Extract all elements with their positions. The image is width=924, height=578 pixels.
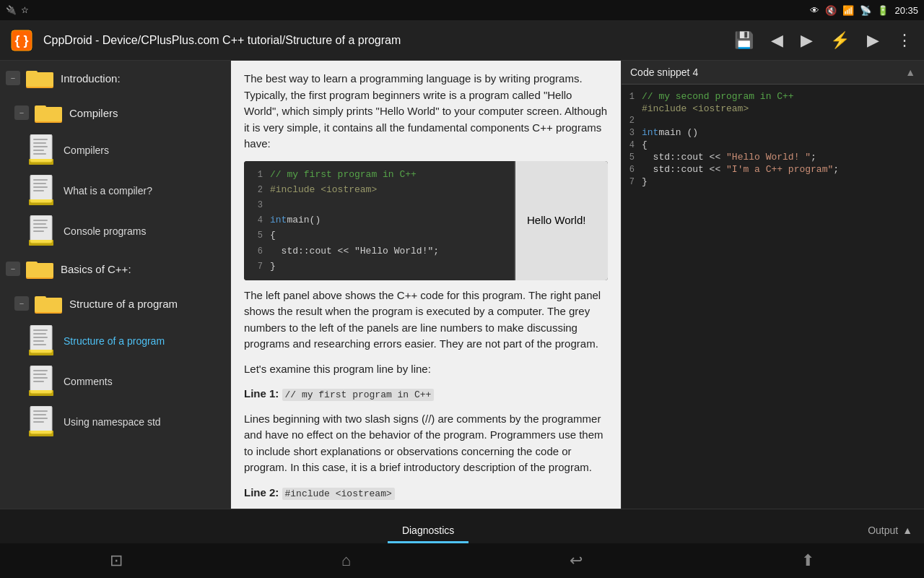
- svg-rect-39: [29, 350, 53, 355]
- back-button[interactable]: ◀: [768, 28, 786, 53]
- notif-icon: ☆: [21, 5, 29, 15]
- svg-rect-43: [33, 377, 48, 379]
- save-button[interactable]: 💾: [731, 28, 757, 53]
- svg-rect-4: [26, 72, 53, 87]
- sidebar-group-label-structure: Structure of a program: [69, 298, 178, 310]
- output-button[interactable]: Output ▲: [856, 517, 924, 543]
- svg-rect-14: [29, 159, 53, 165]
- svg-rect-8: [30, 134, 52, 162]
- svg-rect-7: [35, 107, 62, 121]
- folder-icon-structure: [35, 292, 64, 315]
- line1-label: Line 1:: [244, 387, 279, 400]
- snippet-line-2: 2: [622, 115, 924, 126]
- paper-icon-3: [29, 215, 56, 247]
- content-text: The best way to learn a programming lang…: [244, 71, 608, 509]
- flash-button[interactable]: ⚡: [827, 28, 853, 53]
- svg-rect-12: [33, 150, 44, 151]
- snippet-line-5: 5 std::cout << "Hello World! ";: [622, 151, 924, 163]
- collapse-icon-basics[interactable]: −: [6, 262, 20, 276]
- nav-bar: ⊡ ⌂ ↩ ⬆: [0, 543, 924, 578]
- sidebar-item-using-namespace[interactable]: Using namespace std: [0, 402, 230, 442]
- forward-button[interactable]: ▶: [798, 28, 816, 53]
- scroll-up-icon[interactable]: ▲: [905, 66, 915, 78]
- svg-rect-10: [33, 142, 46, 144]
- mute-icon: 🔇: [825, 5, 837, 16]
- svg-rect-9: [33, 139, 48, 140]
- svg-rect-18: [33, 186, 48, 188]
- right-panel: Code snippet 4 ▲ 1 // my second program …: [621, 61, 924, 509]
- tab-diagnostics-label: Diagnostics: [402, 525, 454, 536]
- sidebar-item-compilers[interactable]: Compilers: [0, 130, 230, 171]
- collapse-icon-compilers[interactable]: −: [14, 105, 29, 120]
- sidebar-item-console-programs[interactable]: Console programs: [0, 211, 230, 251]
- code-line-3: 3: [250, 198, 508, 212]
- svg-rect-25: [33, 230, 44, 232]
- play-button[interactable]: ▶: [864, 28, 882, 53]
- sidebar-group-compilers[interactable]: − Compilers: [0, 95, 230, 130]
- snippet-header: Code snippet 4 ▲: [622, 61, 924, 85]
- paper-icon-comments: [29, 366, 56, 397]
- sidebar-item-what-is-compiler[interactable]: What is a compiler?: [0, 171, 230, 211]
- content-area: The best way to learn a programming lang…: [231, 61, 621, 509]
- sidebar-group-introduction[interactable]: − Introduction:: [0, 61, 230, 95]
- nav-back-button[interactable]: ↩: [570, 551, 583, 570]
- eye-icon: 👁: [810, 5, 819, 16]
- line2-paragraph: Line 2: #include <iostream>: [244, 485, 608, 501]
- nav-up-button[interactable]: ⬆: [801, 551, 814, 570]
- line1-code: // my first program in C++: [282, 389, 435, 401]
- snippet-line-1: 1 // my second program in C++: [622, 90, 924, 103]
- bottom-tabs: Diagnostics Output ▲: [0, 509, 924, 543]
- svg-rect-17: [33, 183, 46, 184]
- content-scroll[interactable]: The best way to learn a programming lang…: [231, 61, 621, 509]
- examine-paragraph: Let's examine this program line by line:: [244, 361, 608, 378]
- snippet-line-1b: #include <iostream>: [622, 103, 924, 115]
- hello-world-output: Hello World!: [527, 212, 585, 229]
- sidebar: − Introduction: −: [0, 61, 231, 509]
- status-left: 🔌 ☆: [6, 5, 29, 15]
- paper-icon-namespace: [29, 406, 56, 438]
- svg-rect-23: [33, 223, 46, 225]
- svg-rect-46: [30, 406, 52, 434]
- collapse-icon-structure[interactable]: −: [14, 296, 29, 311]
- svg-rect-42: [33, 374, 46, 375]
- sidebar-item-label-comments: Comments: [64, 376, 113, 387]
- nav-home-button[interactable]: ⌂: [341, 551, 351, 570]
- svg-rect-20: [29, 199, 53, 205]
- tab-diagnostics[interactable]: Diagnostics: [388, 517, 468, 543]
- folder-icon-basics: [26, 257, 55, 280]
- nav-square-button[interactable]: ⊡: [110, 551, 123, 570]
- battery-icon: 🔋: [877, 5, 889, 16]
- code-line-4: 4 int main(): [250, 212, 508, 228]
- code-block-left: 1 // my first program in C++ 2 #include …: [244, 161, 514, 280]
- sidebar-group-structure[interactable]: − Structure of a program: [0, 286, 230, 321]
- sidebar-group-label-introduction: Introduction:: [61, 72, 121, 85]
- line2-code: #include <iostream>: [282, 488, 395, 500]
- explanation-paragraph: The left panel above shows the C++ code …: [244, 288, 608, 353]
- menu-button[interactable]: ⋮: [894, 28, 915, 53]
- sidebar-item-label-structure: Structure of a program: [64, 335, 165, 347]
- svg-rect-15: [30, 175, 52, 202]
- svg-rect-44: [33, 381, 44, 382]
- sidebar-group-basics[interactable]: − Basics of C++:: [0, 251, 230, 286]
- svg-rect-19: [33, 190, 44, 191]
- code-line-6: 6 std::cout << "Hello World!";: [250, 243, 508, 259]
- svg-rect-35: [33, 333, 46, 335]
- wifi-icon: 📶: [842, 5, 854, 16]
- sidebar-item-label-what-is-compiler: What is a compiler?: [64, 185, 152, 197]
- sidebar-item-comments[interactable]: Comments: [0, 361, 230, 402]
- page-title: CppDroid - Device/CPlusPlus.com C++ tuto…: [43, 34, 723, 47]
- sidebar-section-introduction: − Introduction: −: [0, 61, 230, 251]
- sidebar-item-label-compilers: Compilers: [64, 144, 109, 156]
- collapse-icon-introduction[interactable]: −: [6, 71, 20, 85]
- code-line-5: 5 {: [250, 228, 508, 243]
- snippet-line-4: 4 {: [622, 139, 924, 151]
- svg-rect-40: [30, 366, 52, 393]
- code-line-7: 7 }: [250, 259, 508, 275]
- line1-explanation: Lines beginning with two slash signs (//…: [244, 411, 608, 476]
- sidebar-item-label-console-programs: Console programs: [64, 225, 146, 237]
- svg-rect-11: [33, 146, 48, 147]
- status-bar: 🔌 ☆ 👁 🔇 📶 📡 🔋 20:35: [0, 0, 924, 20]
- sidebar-item-label-namespace: Using namespace std: [64, 416, 161, 428]
- sidebar-item-structure-of-a-program[interactable]: Structure of a program: [0, 321, 230, 361]
- svg-rect-26: [29, 240, 53, 246]
